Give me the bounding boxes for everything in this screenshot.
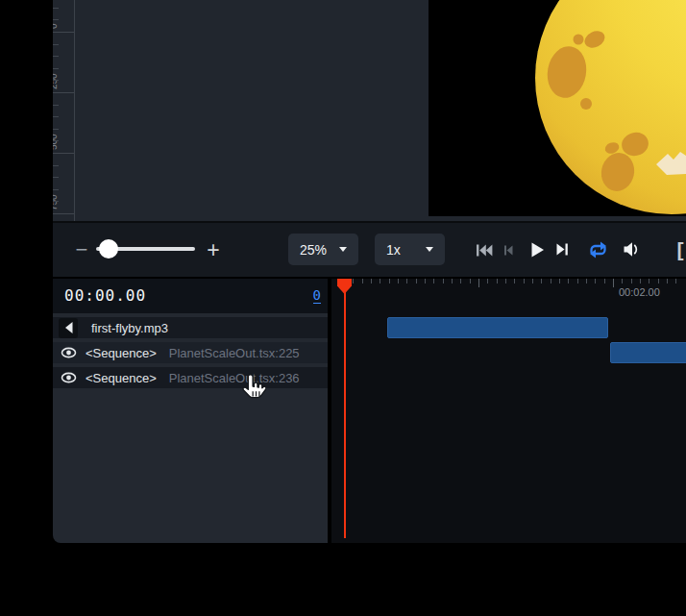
chevron-down-icon xyxy=(339,247,347,252)
timeline-clip[interactable] xyxy=(610,342,686,363)
track-row-audio[interactable]: first-flyby.mp3 xyxy=(53,317,328,338)
track-row-sequence-236[interactable]: <Sequence> PlanetScaleOut.tsx:236 xyxy=(53,367,328,388)
ruler-label: 0 xyxy=(53,23,60,29)
ruler-label: 500 xyxy=(53,134,60,150)
timeline-header: 00:00.00 0 xyxy=(53,279,328,313)
volume-icon xyxy=(623,241,641,258)
vertical-ruler: 0250500750 xyxy=(53,0,75,221)
volume-button[interactable] xyxy=(620,239,643,259)
audio-icon[interactable] xyxy=(59,318,78,338)
track-panel: 00:00.00 0 first-flyby.mp3 <Sequence> xyxy=(53,279,328,543)
track-source: PlanetScaleOut.tsx:236 xyxy=(169,371,300,385)
scale-value: 25% xyxy=(300,242,327,258)
composition-viewport xyxy=(429,0,686,216)
scale-dropdown[interactable]: 25% xyxy=(288,234,358,265)
previous-frame-button[interactable] xyxy=(501,244,516,257)
skip-to-start-icon xyxy=(476,244,493,257)
track-label: <Sequence> xyxy=(86,346,157,360)
timeline-time-label: 00:02.00 xyxy=(619,286,660,298)
ruler-label: 250 xyxy=(53,73,60,89)
previous-frame-icon xyxy=(502,245,514,256)
track-label: <Sequence> xyxy=(86,371,157,385)
speed-value: 1x xyxy=(386,242,401,258)
remotion-studio-window: 0250500750 xyxy=(53,0,686,543)
track-label: first-flyby.mp3 xyxy=(91,321,168,335)
planet-graphic xyxy=(429,0,686,216)
loop-icon xyxy=(587,241,609,259)
next-frame-icon xyxy=(555,243,569,256)
track-row-sequence-225[interactable]: <Sequence> PlanetScaleOut.tsx:225 xyxy=(53,342,328,363)
playhead-line xyxy=(344,292,346,538)
zoom-in-button[interactable]: + xyxy=(200,236,227,263)
zoom-slider-knob[interactable] xyxy=(99,239,118,259)
loop-button[interactable] xyxy=(584,239,611,260)
track-source: PlanetScaleOut.tsx:225 xyxy=(169,346,300,360)
toolbar: − + 25% 1x xyxy=(53,223,686,279)
timeline-track-area[interactable]: 00:02.00 xyxy=(331,279,686,543)
playhead[interactable] xyxy=(337,279,353,541)
timeline-clip[interactable] xyxy=(387,317,608,338)
frame-number-link[interactable]: 0 xyxy=(313,287,321,304)
in-point-button[interactable]: [ xyxy=(674,236,686,263)
timecode-display[interactable]: 00:00.00 xyxy=(64,286,146,305)
eye-icon[interactable] xyxy=(59,343,78,363)
ruler-label: 750 xyxy=(53,194,60,210)
eye-icon[interactable] xyxy=(59,368,78,388)
play-icon xyxy=(530,242,545,258)
preview-section: 0250500750 xyxy=(53,0,686,223)
zoom-out-button[interactable]: − xyxy=(68,237,95,262)
chevron-down-icon xyxy=(426,247,433,252)
timeline-section: 00:00.00 0 first-flyby.mp3 <Sequence> xyxy=(53,279,686,543)
play-button[interactable] xyxy=(527,241,547,259)
speed-dropdown[interactable]: 1x xyxy=(375,234,445,265)
next-frame-button[interactable] xyxy=(553,242,571,257)
skip-to-start-button[interactable] xyxy=(474,242,495,259)
